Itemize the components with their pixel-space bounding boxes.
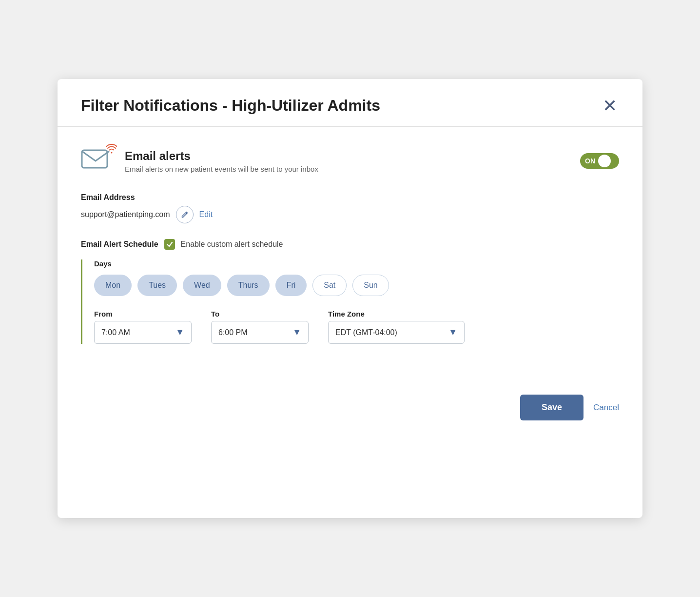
modal-header: Filter Notifications - High-Utilizer Adm… xyxy=(58,79,642,127)
email-alerts-description: Email alerts on new patient events will … xyxy=(125,165,318,173)
wifi-icon xyxy=(106,143,117,157)
days-label: Days xyxy=(94,259,619,268)
cancel-button[interactable]: Cancel xyxy=(593,403,619,413)
day-pill-wed[interactable]: Wed xyxy=(183,275,221,296)
day-pill-sat[interactable]: Sat xyxy=(312,275,347,296)
filter-notifications-modal: Filter Notifications - High-Utilizer Adm… xyxy=(58,79,642,518)
email-alerts-heading: Email alerts xyxy=(125,149,318,163)
day-pill-thurs[interactable]: Thurs xyxy=(227,275,270,296)
schedule-section: Email Alert Schedule Enable custom alert… xyxy=(81,239,619,344)
time-row: From 7:00 AM ▼ To 6:00 PM ▼ xyxy=(94,310,619,344)
from-value: 7:00 AM xyxy=(101,328,130,337)
email-alerts-toggle[interactable]: ON xyxy=(580,153,619,169)
to-group: To 6:00 PM ▼ xyxy=(211,310,309,344)
toggle-label: ON xyxy=(585,157,595,165)
from-dropdown-arrow: ▼ xyxy=(175,327,184,338)
email-address-row: support@patientping.com Edit xyxy=(81,206,619,223)
email-alerts-row: Email alerts Email alerts on new patient… xyxy=(81,146,619,176)
from-label: From xyxy=(94,310,192,318)
edit-email-icon-button[interactable] xyxy=(176,206,194,223)
email-alerts-left: Email alerts Email alerts on new patient… xyxy=(81,146,318,176)
schedule-box: Days MonTuesWedThursFriSatSun From 7:00 … xyxy=(81,259,619,344)
timezone-value: EDT (GMT-04:00) xyxy=(335,328,397,337)
timezone-select[interactable]: EDT (GMT-04:00) ▼ xyxy=(328,321,465,344)
email-icon xyxy=(81,146,110,171)
close-button[interactable]: ✕ xyxy=(601,97,619,115)
timezone-group: Time Zone EDT (GMT-04:00) ▼ xyxy=(328,310,465,344)
timezone-label: Time Zone xyxy=(328,310,465,318)
modal-title: Filter Notifications - High-Utilizer Adm… xyxy=(81,97,380,115)
edit-email-button[interactable]: Edit xyxy=(199,210,213,219)
days-row: MonTuesWedThursFriSatSun xyxy=(94,275,619,296)
timezone-dropdown-arrow: ▼ xyxy=(448,327,457,338)
email-address-section: Email Address support@patientping.com Ed… xyxy=(81,193,619,223)
day-pill-tues[interactable]: Tues xyxy=(137,275,177,296)
email-alerts-text: Email alerts Email alerts on new patient… xyxy=(125,149,318,173)
from-group: From 7:00 AM ▼ xyxy=(94,310,192,344)
email-icon-wrap xyxy=(81,146,115,176)
modal-footer: Save Cancel xyxy=(58,379,642,440)
enable-schedule-label: Enable custom alert schedule xyxy=(181,240,283,249)
email-address-value: support@patientping.com xyxy=(81,210,170,219)
schedule-section-label: Email Alert Schedule xyxy=(81,240,158,249)
day-pill-sun[interactable]: Sun xyxy=(352,275,389,296)
to-label: To xyxy=(211,310,309,318)
svg-rect-0 xyxy=(82,150,107,168)
to-dropdown-arrow: ▼ xyxy=(292,327,301,338)
to-value: 6:00 PM xyxy=(218,328,248,337)
to-select[interactable]: 6:00 PM ▼ xyxy=(211,321,309,344)
enable-schedule-checkbox[interactable] xyxy=(164,239,175,250)
schedule-header: Email Alert Schedule Enable custom alert… xyxy=(81,239,619,250)
toggle-knob xyxy=(598,155,611,167)
modal-body: Email alerts Email alerts on new patient… xyxy=(58,127,642,379)
email-address-label: Email Address xyxy=(81,193,619,202)
toggle-wrap: ON xyxy=(580,153,619,169)
save-button[interactable]: Save xyxy=(520,395,583,420)
day-pill-mon[interactable]: Mon xyxy=(94,275,132,296)
day-pill-fri[interactable]: Fri xyxy=(275,275,307,296)
from-select[interactable]: 7:00 AM ▼ xyxy=(94,321,192,344)
checkmark-icon xyxy=(166,241,173,248)
pencil-icon xyxy=(181,211,189,219)
